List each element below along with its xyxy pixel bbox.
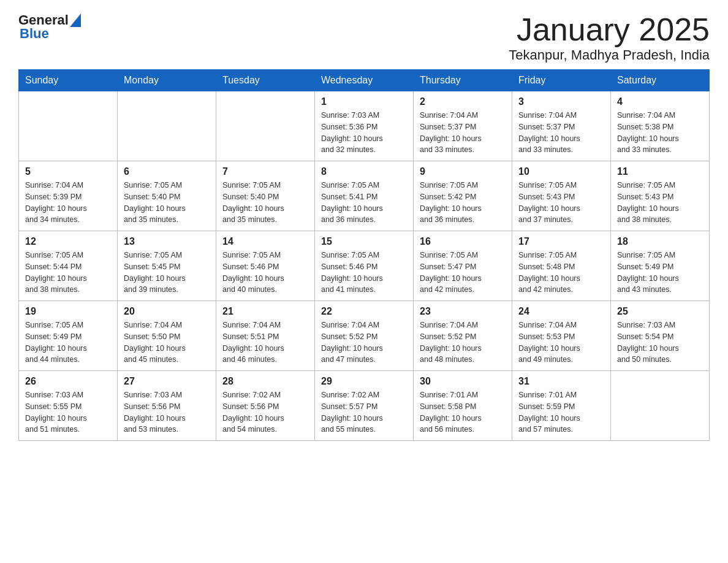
calendar-cell: 15Sunrise: 7:05 AM Sunset: 5:46 PM Dayli…	[315, 231, 414, 301]
day-info: Sunrise: 7:04 AM Sunset: 5:37 PM Dayligh…	[518, 110, 604, 156]
weekday-header-row: SundayMondayTuesdayWednesdayThursdayFrid…	[19, 70, 710, 91]
calendar-cell	[19, 91, 118, 161]
day-number: 22	[321, 306, 407, 317]
day-info: Sunrise: 7:05 AM Sunset: 5:43 PM Dayligh…	[617, 180, 703, 226]
day-info: Sunrise: 7:05 AM Sunset: 5:48 PM Dayligh…	[518, 250, 604, 296]
calendar-week-row: 12Sunrise: 7:05 AM Sunset: 5:44 PM Dayli…	[19, 231, 710, 301]
day-number: 20	[124, 306, 210, 317]
calendar-week-row: 19Sunrise: 7:05 AM Sunset: 5:49 PM Dayli…	[19, 301, 710, 371]
day-info: Sunrise: 7:05 AM Sunset: 5:40 PM Dayligh…	[222, 180, 308, 226]
calendar-cell: 3Sunrise: 7:04 AM Sunset: 5:37 PM Daylig…	[512, 91, 611, 161]
calendar-cell: 16Sunrise: 7:05 AM Sunset: 5:47 PM Dayli…	[414, 231, 512, 301]
day-number: 17	[518, 236, 604, 247]
day-number: 8	[321, 166, 407, 177]
day-info: Sunrise: 7:03 AM Sunset: 5:54 PM Dayligh…	[617, 320, 703, 366]
calendar-week-row: 1Sunrise: 7:03 AM Sunset: 5:36 PM Daylig…	[19, 91, 710, 161]
weekday-header-wednesday: Wednesday	[315, 70, 414, 91]
day-number: 10	[518, 166, 604, 177]
calendar-cell	[216, 91, 315, 161]
day-info: Sunrise: 7:05 AM Sunset: 5:46 PM Dayligh…	[222, 250, 308, 296]
day-number: 25	[617, 306, 703, 317]
logo-blue-text: Blue	[20, 26, 49, 42]
weekday-header-saturday: Saturday	[611, 70, 710, 91]
calendar-cell: 23Sunrise: 7:04 AM Sunset: 5:52 PM Dayli…	[414, 301, 512, 371]
day-number: 7	[222, 166, 308, 177]
day-number: 5	[25, 166, 111, 177]
weekday-header-sunday: Sunday	[19, 70, 118, 91]
day-number: 31	[518, 376, 604, 387]
calendar-cell: 2Sunrise: 7:04 AM Sunset: 5:37 PM Daylig…	[414, 91, 512, 161]
calendar-cell: 29Sunrise: 7:02 AM Sunset: 5:57 PM Dayli…	[315, 371, 414, 441]
day-number: 19	[25, 306, 111, 317]
day-info: Sunrise: 7:04 AM Sunset: 5:53 PM Dayligh…	[518, 320, 604, 366]
day-number: 15	[321, 236, 407, 247]
calendar-cell: 19Sunrise: 7:05 AM Sunset: 5:49 PM Dayli…	[19, 301, 118, 371]
day-info: Sunrise: 7:05 AM Sunset: 5:40 PM Dayligh…	[124, 180, 210, 226]
day-number: 12	[25, 236, 111, 247]
calendar-cell: 10Sunrise: 7:05 AM Sunset: 5:43 PM Dayli…	[512, 161, 611, 231]
calendar-cell: 24Sunrise: 7:04 AM Sunset: 5:53 PM Dayli…	[512, 301, 611, 371]
calendar-cell: 28Sunrise: 7:02 AM Sunset: 5:56 PM Dayli…	[216, 371, 315, 441]
calendar-location: Tekanpur, Madhya Pradesh, India	[509, 47, 710, 63]
day-number: 6	[124, 166, 210, 177]
day-number: 11	[617, 166, 703, 177]
day-info: Sunrise: 7:04 AM Sunset: 5:37 PM Dayligh…	[420, 110, 506, 156]
day-number: 9	[420, 166, 506, 177]
day-number: 23	[420, 306, 506, 317]
calendar-cell	[611, 371, 710, 441]
day-info: Sunrise: 7:05 AM Sunset: 5:45 PM Dayligh…	[124, 250, 210, 296]
calendar-cell: 31Sunrise: 7:01 AM Sunset: 5:59 PM Dayli…	[512, 371, 611, 441]
weekday-header-thursday: Thursday	[414, 70, 512, 91]
day-number: 28	[222, 376, 308, 387]
day-info: Sunrise: 7:04 AM Sunset: 5:38 PM Dayligh…	[617, 110, 703, 156]
day-info: Sunrise: 7:04 AM Sunset: 5:50 PM Dayligh…	[124, 320, 210, 366]
calendar-cell: 1Sunrise: 7:03 AM Sunset: 5:36 PM Daylig…	[315, 91, 414, 161]
calendar-cell: 11Sunrise: 7:05 AM Sunset: 5:43 PM Dayli…	[611, 161, 710, 231]
day-info: Sunrise: 7:05 AM Sunset: 5:49 PM Dayligh…	[25, 320, 111, 366]
calendar-cell: 30Sunrise: 7:01 AM Sunset: 5:58 PM Dayli…	[414, 371, 512, 441]
day-number: 4	[617, 96, 703, 107]
calendar-cell: 22Sunrise: 7:04 AM Sunset: 5:52 PM Dayli…	[315, 301, 414, 371]
day-info: Sunrise: 7:03 AM Sunset: 5:55 PM Dayligh…	[25, 389, 111, 435]
calendar-cell: 6Sunrise: 7:05 AM Sunset: 5:40 PM Daylig…	[118, 161, 216, 231]
day-info: Sunrise: 7:01 AM Sunset: 5:59 PM Dayligh…	[518, 389, 604, 435]
calendar-cell	[118, 91, 216, 161]
day-number: 29	[321, 376, 407, 387]
day-info: Sunrise: 7:05 AM Sunset: 5:44 PM Dayligh…	[25, 250, 111, 296]
day-number: 30	[420, 376, 506, 387]
calendar-cell: 25Sunrise: 7:03 AM Sunset: 5:54 PM Dayli…	[611, 301, 710, 371]
calendar-cell: 18Sunrise: 7:05 AM Sunset: 5:49 PM Dayli…	[611, 231, 710, 301]
calendar-cell: 27Sunrise: 7:03 AM Sunset: 5:56 PM Dayli…	[118, 371, 216, 441]
calendar-cell: 12Sunrise: 7:05 AM Sunset: 5:44 PM Dayli…	[19, 231, 118, 301]
day-number: 21	[222, 306, 308, 317]
calendar-cell: 8Sunrise: 7:05 AM Sunset: 5:41 PM Daylig…	[315, 161, 414, 231]
calendar-cell: 14Sunrise: 7:05 AM Sunset: 5:46 PM Dayli…	[216, 231, 315, 301]
calendar-week-row: 26Sunrise: 7:03 AM Sunset: 5:55 PM Dayli…	[19, 371, 710, 441]
calendar-cell: 17Sunrise: 7:05 AM Sunset: 5:48 PM Dayli…	[512, 231, 611, 301]
day-number: 16	[420, 236, 506, 247]
day-number: 1	[321, 96, 407, 107]
calendar-cell: 7Sunrise: 7:05 AM Sunset: 5:40 PM Daylig…	[216, 161, 315, 231]
day-info: Sunrise: 7:01 AM Sunset: 5:58 PM Dayligh…	[420, 389, 506, 435]
calendar-cell: 9Sunrise: 7:05 AM Sunset: 5:42 PM Daylig…	[414, 161, 512, 231]
calendar-cell: 4Sunrise: 7:04 AM Sunset: 5:38 PM Daylig…	[611, 91, 710, 161]
title-block: January 2025 Tekanpur, Madhya Pradesh, I…	[509, 12, 710, 63]
day-number: 2	[420, 96, 506, 107]
day-info: Sunrise: 7:05 AM Sunset: 5:43 PM Dayligh…	[518, 180, 604, 226]
day-number: 26	[25, 376, 111, 387]
day-info: Sunrise: 7:04 AM Sunset: 5:39 PM Dayligh…	[25, 180, 111, 226]
day-number: 18	[617, 236, 703, 247]
logo: General Blue	[18, 12, 81, 42]
day-info: Sunrise: 7:04 AM Sunset: 5:52 PM Dayligh…	[321, 320, 407, 366]
day-info: Sunrise: 7:02 AM Sunset: 5:57 PM Dayligh…	[321, 389, 407, 435]
calendar-table: SundayMondayTuesdayWednesdayThursdayFrid…	[18, 69, 710, 441]
day-info: Sunrise: 7:05 AM Sunset: 5:41 PM Dayligh…	[321, 180, 407, 226]
day-info: Sunrise: 7:05 AM Sunset: 5:46 PM Dayligh…	[321, 250, 407, 296]
day-number: 14	[222, 236, 308, 247]
calendar-cell: 13Sunrise: 7:05 AM Sunset: 5:45 PM Dayli…	[118, 231, 216, 301]
day-info: Sunrise: 7:05 AM Sunset: 5:49 PM Dayligh…	[617, 250, 703, 296]
day-info: Sunrise: 7:04 AM Sunset: 5:52 PM Dayligh…	[420, 320, 506, 366]
day-info: Sunrise: 7:03 AM Sunset: 5:56 PM Dayligh…	[124, 389, 210, 435]
day-number: 27	[124, 376, 210, 387]
weekday-header-tuesday: Tuesday	[216, 70, 315, 91]
